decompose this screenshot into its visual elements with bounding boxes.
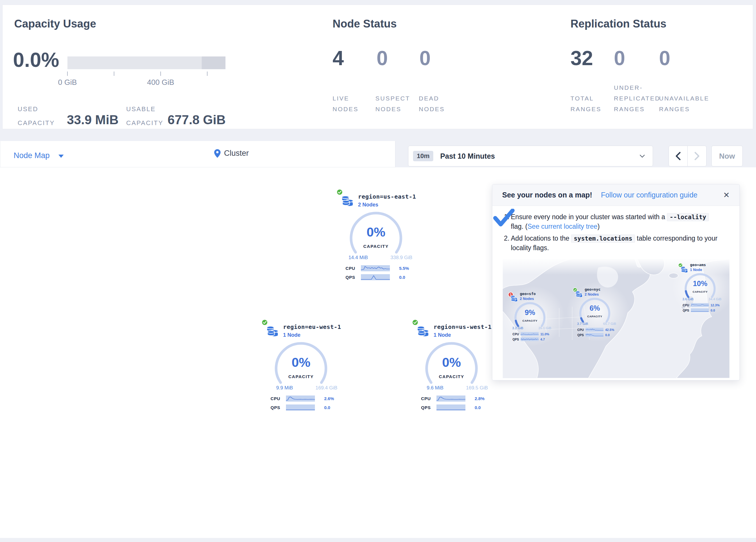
suspect-nodes-count: 0 <box>377 47 388 70</box>
capacity-percent-value: 0% <box>430 355 473 370</box>
close-icon[interactable]: ✕ <box>723 190 730 200</box>
qps-sparkline <box>436 405 465 411</box>
region-node-count: 2 Nodes <box>585 293 599 297</box>
time-range-label: Past 10 Minutes <box>440 152 495 160</box>
cpu-label: CPU <box>576 328 584 332</box>
chevron-down-icon <box>58 155 64 158</box>
used-capacity-value: 33.9 MiB <box>67 113 119 127</box>
total-capacity: 169.5 GiB <box>466 385 488 391</box>
region-title: geo=nyc <box>585 287 601 292</box>
time-range-dropdown[interactable]: 10m Past 10 Minutes <box>408 146 653 166</box>
capacity-percent-value: 6% <box>580 304 609 313</box>
suspect-nodes-label: SUSPECT NODES <box>375 84 410 116</box>
region-card-eu-west-1[interactable]: region=eu-west-1 1 Node 0% CAPACITY 9.9 … <box>258 316 350 416</box>
total-capacity: 338.9 GiB <box>390 255 412 260</box>
used-capacity-label: USED CAPACITY <box>18 102 55 130</box>
cpu-label: CPU <box>511 333 519 336</box>
qps-value: 0.0 <box>711 309 715 312</box>
code-locality-flag: --locality <box>667 213 709 221</box>
prev-time-button[interactable] <box>669 146 688 166</box>
time-step-buttons <box>669 146 707 166</box>
qps-value: 4.7 <box>540 338 545 341</box>
cpu-value: 5.5% <box>399 266 409 271</box>
mini-region-card-ams: geo=ams 1 Node 10% CAPACITY 3.6 GiB 34.4… <box>677 261 729 315</box>
qps-label: QPS <box>681 309 689 312</box>
region-node-count: 1 Node <box>690 268 702 272</box>
capacity-word: CAPACITY <box>430 374 473 379</box>
chevron-down-icon <box>639 154 645 158</box>
axis-tick-label: 400 GiB <box>137 78 184 87</box>
total-capacity: 34.4 GiB <box>709 297 722 301</box>
used-capacity: 9.6 MiB <box>408 385 443 391</box>
cpu-value: 11.0% <box>540 333 549 336</box>
cpu-value: 42.5% <box>605 328 614 332</box>
next-time-button[interactable] <box>688 146 706 166</box>
capacity-percent-value: 0% <box>279 355 323 370</box>
now-button[interactable]: Now <box>711 146 743 166</box>
qps-sparkline <box>691 308 709 312</box>
breadcrumb[interactable]: Cluster <box>214 149 249 158</box>
qps-label: QPS <box>420 405 431 410</box>
cpu-sparkline <box>521 332 539 336</box>
database-nodes-icon <box>575 290 583 298</box>
chevron-left-icon <box>675 152 681 160</box>
axis-tick <box>160 71 161 76</box>
cpu-sparkline <box>286 396 315 402</box>
qps-sparkline <box>286 405 315 411</box>
capacity-percent-value: 0% <box>354 225 398 240</box>
popup-title: See your nodes on a map! <box>502 191 592 199</box>
under-replicated-count: 0 <box>614 47 625 70</box>
step-text: Ensure every node in your cluster was st… <box>511 213 667 220</box>
region-title: geo=sfo <box>520 292 536 296</box>
node-map-dropdown[interactable]: Node Map <box>14 151 64 160</box>
capacity-percent-value: 10% <box>686 280 715 288</box>
used-capacity: 9.9 MiB <box>258 385 293 391</box>
capacity-bar-reserved <box>202 56 225 69</box>
cpu-sparkline <box>361 265 390 271</box>
setup-step-1: 1.Ensure every node in your cluster was … <box>504 212 718 231</box>
axis-tick <box>207 71 208 76</box>
cpu-sparkline <box>691 303 709 307</box>
mini-region-card-nyc: geo=nyc 2 Nodes 6% CAPACITY 3.7 GiB 65.7… <box>572 286 624 339</box>
total-capacity: 65.7 GiB <box>603 322 616 326</box>
axis-tick-label: 0 GiB <box>44 78 91 87</box>
unavailable-label: UNAVAILABLE RANGES <box>659 84 709 116</box>
database-nodes-icon <box>341 194 355 207</box>
popup-header: See your nodes on a map! Follow our conf… <box>492 184 740 206</box>
live-nodes-label: LIVE NODES <box>333 84 359 116</box>
cpu-sparkline <box>436 396 465 402</box>
under-replicated-label: UNDER- REPLICATED RANGES <box>614 84 660 116</box>
cpu-label: CPU <box>681 304 689 307</box>
used-capacity: 3.6 GiB <box>677 297 693 301</box>
region-node-count: 1 Node <box>434 332 451 338</box>
region-node-count: 1 Node <box>283 332 300 338</box>
code-system-locations: system.locations <box>571 234 635 242</box>
step-text: Add locations to the <box>511 234 571 242</box>
map-pin-icon <box>214 149 221 158</box>
region-title: region=us-east-1 <box>358 193 416 200</box>
capacity-word: CAPACITY <box>686 290 715 293</box>
region-card-us-west-1[interactable]: region=us-west-1 1 Node 0% CAPACITY 9.6 … <box>408 316 501 416</box>
cpu-label: CPU <box>344 266 355 271</box>
used-capacity: 3.7 GiB <box>572 322 588 326</box>
qps-sparkline <box>521 337 539 341</box>
region-title: geo=ams <box>690 262 706 267</box>
setup-step-2: 2.Add locations to the system.locations … <box>504 234 718 252</box>
blue-checkmark-icon <box>493 209 515 227</box>
qps-sparkline <box>586 333 603 337</box>
cpu-sparkline <box>586 328 603 332</box>
used-capacity: 14.4 MiB <box>333 255 368 260</box>
dead-nodes-label: DEAD NODES <box>419 84 445 116</box>
axis-tick <box>67 71 68 76</box>
region-card-us-east-1[interactable]: region=us-east-1 2 Nodes 0% CAPACITY 14.… <box>333 185 425 285</box>
capacity-word: CAPACITY <box>580 315 609 318</box>
cluster-summary-panel: Capacity Usage 0.0% 0 GiB 400 GiB USED C… <box>2 5 753 129</box>
locality-tree-link[interactable]: See current locality tree <box>528 223 598 230</box>
time-range-badge: 10m <box>413 151 433 161</box>
mini-region-card-sfo: 1 geo=sfo 2 Nodes 9% CAPACITY 3.2 GiB 35… <box>507 290 559 344</box>
axis-tick <box>114 71 114 76</box>
region-node-count: 2 Nodes <box>520 297 534 301</box>
database-nodes-icon <box>510 294 518 302</box>
configuration-guide-link[interactable]: Follow our configuration guide <box>601 191 698 199</box>
cpu-value: 2.8% <box>475 396 485 401</box>
